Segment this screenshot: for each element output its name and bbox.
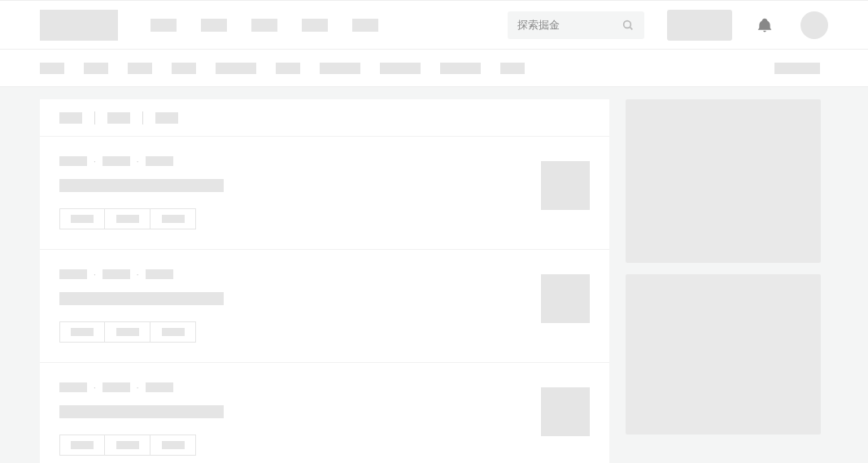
tag-placeholder[interactable] bbox=[105, 208, 150, 229]
tag-placeholder[interactable] bbox=[105, 435, 150, 456]
tag-placeholder[interactable] bbox=[105, 321, 150, 343]
sub-nav-item-placeholder[interactable] bbox=[128, 63, 152, 74]
thumbnail-placeholder bbox=[541, 274, 590, 323]
article-content: · · bbox=[59, 382, 521, 456]
tab-placeholder[interactable] bbox=[59, 112, 82, 124]
svg-line-1 bbox=[630, 27, 632, 29]
thumbnail-placeholder bbox=[541, 387, 590, 436]
nav-item-placeholder[interactable] bbox=[201, 19, 227, 32]
bell-icon[interactable] bbox=[757, 17, 773, 33]
sub-nav-item-placeholder[interactable] bbox=[320, 63, 360, 74]
svg-point-0 bbox=[624, 20, 631, 28]
thumbnail-placeholder bbox=[541, 161, 590, 210]
sub-nav-right-placeholder[interactable] bbox=[774, 63, 820, 74]
sub-nav-item-placeholder[interactable] bbox=[84, 63, 108, 74]
nav-item-placeholder[interactable] bbox=[352, 19, 378, 32]
article-meta: · · bbox=[59, 156, 521, 166]
meta-dot: · bbox=[137, 157, 139, 166]
meta-placeholder bbox=[59, 382, 87, 392]
article-meta: · · bbox=[59, 269, 521, 279]
tab-placeholder[interactable] bbox=[107, 112, 130, 124]
logo-placeholder[interactable] bbox=[40, 10, 118, 41]
top-nav bbox=[0, 0, 868, 50]
sidebar-card-placeholder[interactable] bbox=[626, 274, 821, 435]
meta-dot: · bbox=[94, 157, 96, 166]
sub-nav-item-placeholder[interactable] bbox=[40, 63, 64, 74]
title-placeholder bbox=[59, 292, 224, 305]
tag-placeholder[interactable] bbox=[59, 208, 105, 229]
sub-nav-item-placeholder[interactable] bbox=[500, 63, 525, 74]
article-meta: · · bbox=[59, 382, 521, 392]
sub-nav-item-placeholder[interactable] bbox=[276, 63, 300, 74]
tag-placeholder[interactable] bbox=[150, 435, 196, 456]
main: · · · · bbox=[0, 87, 868, 463]
tab-divider bbox=[94, 111, 95, 124]
meta-dot: · bbox=[137, 383, 139, 392]
meta-dot: · bbox=[94, 270, 96, 279]
article-list: · · · · bbox=[40, 99, 609, 463]
tab-divider bbox=[142, 111, 143, 124]
meta-placeholder bbox=[59, 269, 87, 279]
article-content: · · bbox=[59, 269, 521, 343]
top-nav-items bbox=[150, 19, 508, 32]
title-placeholder bbox=[59, 179, 224, 192]
meta-dot: · bbox=[137, 270, 139, 279]
article-item[interactable]: · · bbox=[40, 137, 609, 250]
search-box[interactable] bbox=[508, 11, 644, 39]
meta-placeholder bbox=[59, 156, 87, 166]
article-item[interactable]: · · bbox=[40, 363, 609, 463]
search-input[interactable] bbox=[517, 19, 622, 31]
avatar[interactable] bbox=[800, 11, 828, 39]
meta-dot: · bbox=[94, 383, 96, 392]
article-content: · · bbox=[59, 156, 521, 229]
tag-placeholder[interactable] bbox=[150, 208, 196, 229]
sub-nav-item-placeholder[interactable] bbox=[172, 63, 196, 74]
sub-nav bbox=[0, 50, 868, 87]
search-icon[interactable] bbox=[622, 19, 635, 32]
title-placeholder bbox=[59, 405, 224, 418]
sub-nav-item-placeholder[interactable] bbox=[380, 63, 421, 74]
sub-nav-item-placeholder[interactable] bbox=[440, 63, 481, 74]
meta-placeholder bbox=[146, 382, 173, 392]
nav-item-placeholder[interactable] bbox=[150, 19, 177, 32]
nav-item-placeholder[interactable] bbox=[251, 19, 277, 32]
tag-row bbox=[59, 208, 521, 229]
sidebar-card-placeholder[interactable] bbox=[626, 99, 821, 263]
tag-placeholder[interactable] bbox=[59, 321, 105, 343]
header-button-placeholder[interactable] bbox=[667, 10, 732, 41]
meta-placeholder bbox=[146, 156, 173, 166]
tab-placeholder[interactable] bbox=[155, 112, 178, 124]
meta-placeholder bbox=[103, 156, 130, 166]
meta-placeholder bbox=[146, 269, 173, 279]
sidebar bbox=[626, 99, 821, 435]
tag-placeholder[interactable] bbox=[150, 321, 196, 343]
article-item[interactable]: · · bbox=[40, 250, 609, 363]
tag-row bbox=[59, 321, 521, 343]
meta-placeholder bbox=[103, 382, 130, 392]
tabs-bar bbox=[40, 99, 609, 137]
nav-item-placeholder[interactable] bbox=[302, 19, 328, 32]
tag-row bbox=[59, 435, 521, 456]
tag-placeholder[interactable] bbox=[59, 435, 105, 456]
sub-nav-item-placeholder[interactable] bbox=[216, 63, 256, 74]
meta-placeholder bbox=[103, 269, 130, 279]
